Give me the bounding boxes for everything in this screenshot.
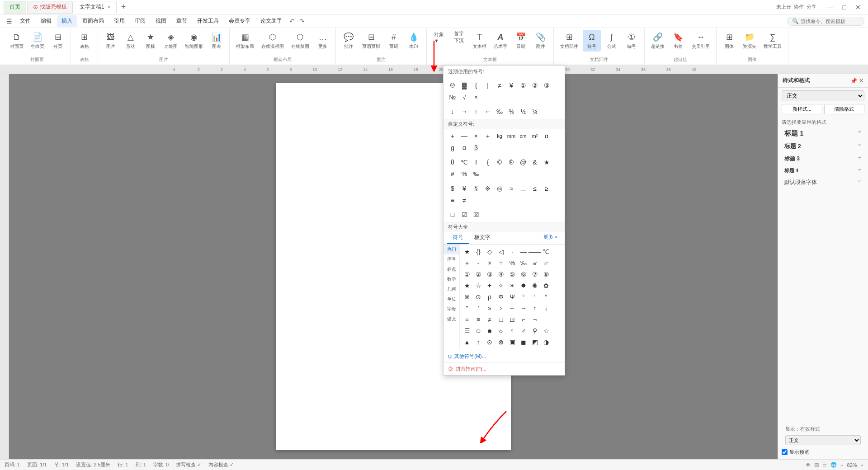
show-preview-checkbox[interactable]	[782, 449, 788, 455]
menu-insert[interactable]: 插入	[57, 15, 77, 27]
sym-crossed[interactable]: ☒	[471, 209, 481, 220]
gs-rrev[interactable]: ¬	[529, 314, 540, 325]
ribbon-btn-figure[interactable]: ⊞ 图体	[720, 30, 738, 52]
gs-smile[interactable]: ☺	[473, 325, 484, 336]
sym-permil2[interactable]: ‰	[471, 169, 481, 179]
sym-12[interactable]: ½	[518, 106, 528, 117]
gs-male[interactable]: ♂	[518, 325, 529, 336]
gs-prime[interactable]: ′	[529, 291, 540, 302]
sym-percent[interactable]: %	[459, 169, 470, 179]
ribbon-btn-frame[interactable]: ▦ 框架布局	[233, 30, 257, 52]
gs-star6[interactable]: ✸	[518, 280, 529, 291]
gs-star[interactable]: ★	[462, 246, 472, 257]
sym-pipe[interactable]: |	[482, 80, 493, 91]
ribbon-btn-shape[interactable]: △ 形状	[122, 30, 140, 52]
menu-hamburger-icon[interactable]: ☰	[4, 16, 14, 27]
gs-half2[interactable]: ◑	[541, 337, 552, 348]
gs-darr[interactable]: ↓	[541, 303, 552, 314]
ribbon-btn-crossref[interactable]: ↔ 交叉引用	[689, 30, 712, 52]
ribbon-btn-chart[interactable]: 📊 图表	[208, 30, 226, 52]
sym-circle2[interactable]: ②	[529, 80, 540, 91]
menu-layout[interactable]: 页面布局	[78, 15, 108, 27]
view-layout-icon[interactable]: ▤	[814, 462, 819, 468]
panel-close-icon[interactable]: ✕	[859, 78, 863, 84]
tab-more[interactable]: 更多 >	[540, 232, 561, 244]
ribbon-btn-cover[interactable]: 🗋 封面页	[7, 30, 26, 52]
ribbon-btn-pagebreak[interactable]: ⊟ 分页	[49, 30, 67, 52]
gs-diamond[interactable]: ◇	[484, 246, 495, 257]
ribbon-btn-comment[interactable]: 💬 批注	[340, 30, 358, 52]
gs-m3[interactable]: ㎥	[541, 258, 552, 268]
menu-vip[interactable]: 会员专享	[224, 15, 255, 27]
ribbon-btn-docpart[interactable]: ⊞ 文档部件	[557, 30, 581, 52]
gs-c4[interactable]: ④	[495, 269, 506, 280]
gs-minus[interactable]: -	[473, 258, 484, 268]
format-dropdown[interactable]: 正文	[785, 435, 861, 445]
gs-div[interactable]: ÷	[495, 258, 506, 268]
gs-ldash[interactable]: ——	[529, 246, 540, 257]
style-heading2[interactable]: 标题 2 ↵	[782, 141, 864, 152]
gs-neq[interactable]: ≠	[484, 314, 495, 325]
gs-sqfill[interactable]: ▣	[507, 337, 518, 348]
sym-block[interactable]: ▓	[459, 80, 470, 91]
gs-rq[interactable]: '	[473, 303, 484, 314]
footer-other-symbols[interactable]: Ω 其他符号(M)...	[443, 350, 565, 362]
add-tab-button[interactable]: +	[118, 2, 130, 12]
sym-alpha2[interactable]: α	[459, 142, 470, 153]
cat-geo[interactable]: 几何	[443, 284, 459, 294]
style-heading4[interactable]: 标题 4 ↵	[782, 165, 864, 176]
save-status[interactable]: 未上云	[776, 4, 791, 10]
sym-brace[interactable]: {	[471, 80, 481, 91]
sym-circled-dot[interactable]: ◎	[494, 183, 505, 194]
gs-lq[interactable]: "	[462, 303, 472, 314]
gs-uarr[interactable]: ↑	[529, 303, 540, 314]
zoom-in-button[interactable]: +	[861, 462, 863, 468]
search-input[interactable]	[801, 19, 859, 24]
close-doc-icon[interactable]: ✕	[107, 5, 111, 9]
gs-equiv[interactable]: ≡	[473, 314, 484, 325]
sym-hash[interactable]: #	[447, 169, 458, 179]
window-max-button[interactable]: □	[839, 4, 850, 11]
ribbon-btn-formula[interactable]: ∫ 公式	[603, 30, 621, 52]
sym-m2[interactable]: m²	[529, 131, 540, 141]
gs-phi[interactable]: Φ	[495, 291, 506, 302]
sym-plus2[interactable]: +	[482, 131, 493, 141]
ribbon-btn-pagenum[interactable]: # 页码	[385, 30, 403, 52]
sym-darr[interactable]: ↓	[447, 106, 458, 117]
zoom-out-button[interactable]: −	[840, 462, 843, 468]
gs-star3[interactable]: ✦	[484, 280, 495, 291]
cat-unit[interactable]: 单位	[443, 294, 459, 304]
sym-yen2[interactable]: ¥	[459, 183, 470, 194]
sym-plus[interactable]: +	[447, 131, 458, 141]
menu-reference[interactable]: 引用	[109, 15, 129, 27]
sym-amp[interactable]: &	[529, 157, 540, 168]
gs-ring[interactable]: ⊙	[473, 291, 484, 302]
window-min-button[interactable]: —	[824, 4, 837, 11]
gs-half[interactable]: ◩	[529, 337, 540, 348]
ribbon-btn-header[interactable]: ⊟ 页眉页脚	[359, 30, 383, 52]
sym-equiv[interactable]: ≡	[447, 195, 458, 206]
menu-file[interactable]: 文件	[15, 15, 35, 27]
gs-trig[interactable]: ☰	[462, 325, 472, 336]
sym-checked[interactable]: ☑	[459, 209, 470, 220]
sym-section[interactable]: §	[471, 183, 481, 194]
sym-uarr[interactable]: ↑	[471, 106, 481, 117]
ribbon-btn-flow[interactable]: ⬡ 在线流程图	[259, 30, 287, 52]
gs-pct[interactable]: %	[507, 258, 518, 268]
ribbon-btn-func[interactable]: ◈ 功能图	[161, 30, 180, 52]
cat-math[interactable]: 数学	[443, 274, 459, 284]
gs-smile2[interactable]: ☻	[484, 325, 495, 336]
ribbon-btn-smart[interactable]: ◉ 智能图形	[182, 30, 206, 52]
sym-beta[interactable]: β	[471, 142, 481, 153]
sym-cm[interactable]: cm	[518, 131, 528, 141]
menu-thesis[interactable]: 论文助手	[256, 15, 287, 27]
ribbon-btn-table[interactable]: ⊞ 表格	[75, 30, 94, 52]
cat-letter[interactable]: 字母	[443, 304, 459, 314]
footer-pinyin[interactable]: 变 拼音指南(P)...	[443, 362, 565, 375]
ribbon-btn-textbox[interactable]: T 文本框	[470, 30, 489, 52]
gs-emdash[interactable]: —	[518, 246, 529, 257]
gs-c3[interactable]: ③	[484, 269, 495, 280]
gs-larr[interactable]: ←	[507, 303, 518, 314]
gs-star1[interactable]: ★	[462, 280, 472, 291]
tab-template[interactable]: ⊙ 找版壳模板	[27, 1, 73, 14]
